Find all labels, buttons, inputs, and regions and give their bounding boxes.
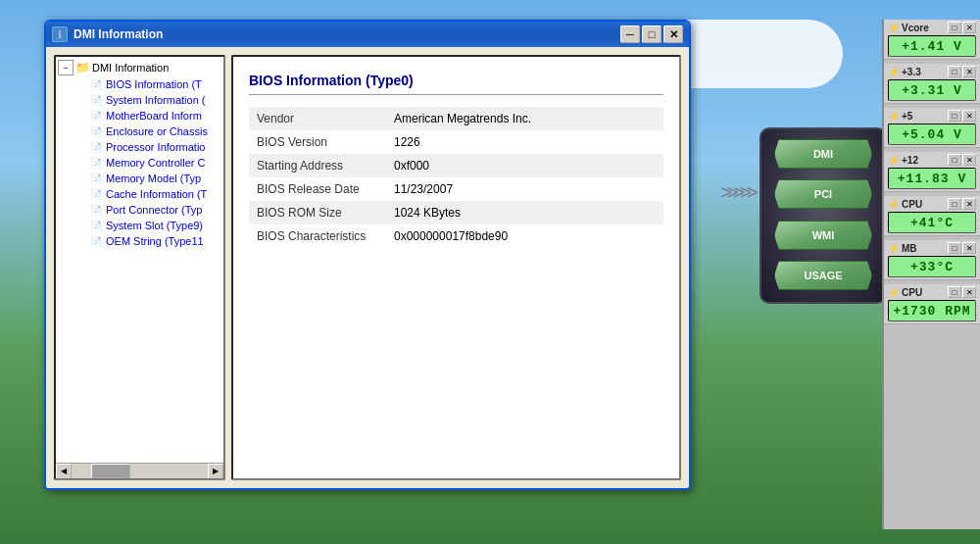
window-controls: ─ □ ✕ [620, 25, 683, 43]
meter-header-mb_temp: ⚡ MB □ ✕ [888, 242, 976, 254]
meter-display-mb_temp: +33°C [888, 256, 976, 277]
minimize-button[interactable]: ─ [620, 25, 640, 43]
tree-scroll-area[interactable]: − 📁 DMI Information 📄 BIOS Information (… [56, 57, 223, 463]
info-row-4: BIOS ROM Size 1024 KBytes [249, 201, 663, 224]
tree-expand-root[interactable]: − [58, 60, 74, 75]
meter-btn-a-v5[interactable]: □ [948, 110, 961, 122]
meters-panel: ⚡ Vcore □ ✕ +1.41 V ⚡ +3.3 □ ✕ +3.31 V ⚡ [882, 20, 980, 529]
meter-btn-a-mb_temp[interactable]: □ [948, 242, 961, 254]
tree-item-9[interactable]: 📄 System Slot (Type9) [56, 218, 223, 233]
tree-item-2[interactable]: 📄 MotherBoard Inform [56, 108, 223, 124]
window-body: − 📁 DMI Information 📄 BIOS Information (… [46, 47, 689, 488]
tree-item-label-6: Memory Model (Typ [106, 173, 201, 184]
meter-btn-a-v33[interactable]: □ [948, 66, 961, 77]
tree-root-label: DMI Information [92, 62, 169, 74]
info-value-5: 0x000000017f8bde90 [386, 224, 663, 248]
info-label-4: BIOS ROM Size [249, 201, 386, 224]
maximize-button[interactable]: □ [642, 25, 662, 43]
tree-item-icon-10: 📄 [89, 234, 103, 248]
tree-item-10[interactable]: 📄 OEM String (Type11 [56, 233, 223, 249]
tree-panel: − 📁 DMI Information 📄 BIOS Information (… [54, 55, 225, 480]
tree-item-3[interactable]: 📄 Enclosure or Chassis [56, 124, 223, 139]
tree-item-6[interactable]: 📄 Memory Model (Typ [56, 171, 223, 186]
close-button[interactable]: ✕ [663, 25, 683, 43]
tree-item-5[interactable]: 📄 Memory Controller C [56, 155, 223, 171]
meter-header-v5: ⚡ +5 □ ✕ [888, 110, 976, 122]
info-value-1: 1226 [386, 130, 663, 154]
meter-btn-b-vcore[interactable]: ✕ [962, 22, 976, 33]
info-row-2: Starting Address 0xf000 [249, 154, 663, 177]
meter-cpu_temp: ⚡ CPU □ ✕ +41°C [884, 196, 980, 236]
meter-label-v33: ⚡ +3.3 [888, 67, 921, 77]
meter-controls-cpu_temp: □ ✕ [948, 198, 976, 210]
meter-header-cpu_fan: ⚡ CPU □ ✕ [888, 286, 976, 298]
meter-display-v33: +3.31 V [888, 79, 976, 101]
tree-item-label-0: BIOS Information (T [106, 78, 202, 90]
meter-cpu_fan: ⚡ CPU □ ✕ +1730 RPM [884, 284, 980, 324]
meter-label-text-v12: +12 [902, 155, 918, 166]
nav-diamond-container: >>>>> DMI PCI WMI USAGE ◀ [760, 127, 897, 323]
tree-item-icon-7: 📄 [89, 187, 103, 201]
meter-icon-vcore: ⚡ [888, 23, 900, 33]
tree-item-label-2: MotherBoard Inform [106, 110, 202, 122]
meter-btn-b-v12[interactable]: ✕ [962, 154, 976, 166]
info-row-3: BIOS Release Date 11/23/2007 [249, 177, 663, 201]
meter-v12: ⚡ +12 □ ✕ +11.83 V [884, 152, 980, 192]
meter-label-cpu_temp: ⚡ CPU [888, 199, 922, 210]
info-label-3: BIOS Release Date [249, 177, 386, 201]
tree-item-label-1: System Information ( [106, 94, 205, 106]
hscroll-left[interactable]: ◀ [56, 464, 72, 479]
tree-root[interactable]: − 📁 DMI Information [56, 59, 223, 76]
meter-btn-b-mb_temp[interactable]: ✕ [962, 242, 976, 254]
tree-item-0[interactable]: 📄 BIOS Information (T [56, 76, 223, 92]
tree-item-icon-3: 📄 [89, 124, 103, 138]
meter-btn-a-cpu_fan[interactable]: □ [948, 286, 961, 298]
meter-icon-cpu_fan: ⚡ [888, 287, 900, 298]
meter-v5: ⚡ +5 □ ✕ +5.04 V [884, 108, 980, 148]
meter-label-text-v33: +3.3 [902, 67, 921, 77]
folder-icon-root: 📁 [75, 61, 89, 74]
tree-item-1[interactable]: 📄 System Information ( [56, 92, 223, 108]
hscroll-right[interactable]: ▶ [208, 464, 223, 479]
tree-item-8[interactable]: 📄 Port Connector (Typ [56, 202, 223, 218]
hscroll-track[interactable] [72, 464, 208, 478]
nav-wmi-button[interactable]: WMI [774, 221, 872, 250]
meter-controls-v33: □ ✕ [948, 66, 976, 77]
nav-usage-button[interactable]: USAGE [774, 261, 872, 290]
meter-label-text-mb_temp: MB [902, 243, 917, 254]
info-row-0: Vendor American Megatrends Inc. [249, 107, 663, 130]
tree-items-container: 📄 BIOS Information (T 📄 System Informati… [56, 76, 223, 249]
info-value-3: 11/23/2007 [386, 177, 663, 201]
meter-label-v5: ⚡ +5 [888, 111, 912, 122]
tree-item-icon-8: 📄 [89, 203, 103, 217]
tree-item-7[interactable]: 📄 Cache Information (T [56, 186, 223, 202]
meter-icon-mb_temp: ⚡ [888, 243, 900, 254]
info-label-2: Starting Address [249, 154, 386, 177]
meter-btn-a-vcore[interactable]: □ [948, 22, 961, 33]
window-title: DMI Information [74, 27, 620, 41]
meter-btn-a-cpu_temp[interactable]: □ [948, 198, 961, 210]
tree-item-4[interactable]: 📄 Processor Informatio [56, 139, 223, 155]
meter-btn-b-v33[interactable]: ✕ [962, 66, 976, 77]
meter-btn-b-cpu_fan[interactable]: ✕ [962, 286, 976, 298]
meter-label-mb_temp: ⚡ MB [888, 243, 917, 254]
meter-display-cpu_temp: +41°C [888, 212, 976, 233]
meter-header-cpu_temp: ⚡ CPU □ ✕ [888, 198, 976, 210]
meter-label-text-cpu_temp: CPU [902, 199, 922, 210]
meter-btn-b-cpu_temp[interactable]: ✕ [962, 198, 976, 210]
meter-btn-a-v12[interactable]: □ [948, 154, 961, 166]
nav-dmi-button[interactable]: DMI [774, 139, 872, 169]
nav-pci-button[interactable]: PCI [774, 179, 872, 209]
tree-item-icon-4: 📄 [89, 140, 103, 154]
tree-hscrollbar[interactable]: ◀ ▶ [56, 463, 223, 478]
meter-label-vcore: ⚡ Vcore [888, 23, 929, 33]
meter-display-vcore: +1.41 V [888, 35, 976, 57]
meter-icon-v12: ⚡ [888, 155, 900, 166]
tree-item-label-8: Port Connector (Typ [106, 204, 202, 216]
meter-btn-b-v5[interactable]: ✕ [962, 110, 976, 122]
meter-label-text-v5: +5 [902, 111, 912, 122]
meter-controls-v12: □ ✕ [948, 154, 976, 166]
meter-controls-v5: □ ✕ [948, 110, 976, 122]
tree-item-icon-6: 📄 [89, 172, 103, 185]
hscroll-thumb[interactable] [91, 464, 130, 478]
